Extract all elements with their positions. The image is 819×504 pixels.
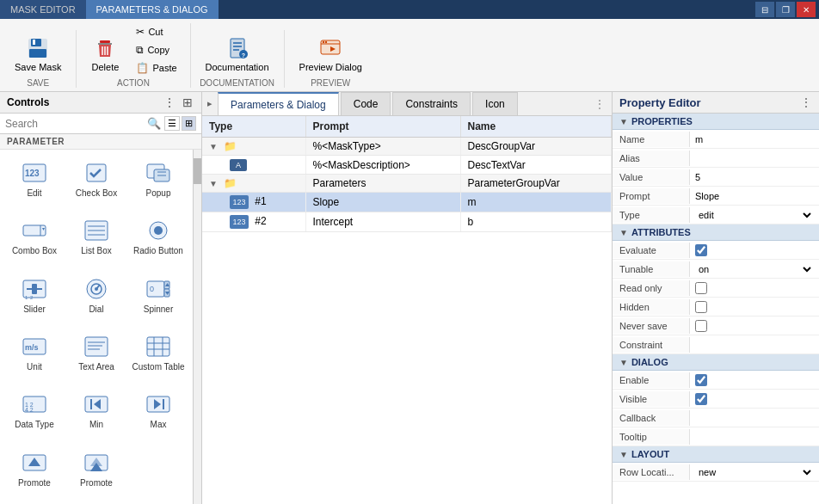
documentation-button[interactable]: ? Documentation [198,30,277,77]
popup-control[interactable]: Popup [129,155,188,209]
svg-text:?: ? [241,52,244,58]
ribbon: Save Mask SAVE Delete [0,19,819,92]
prop-prompt-label: Prompt [613,188,690,204]
search-input[interactable] [5,118,144,130]
tab-mask-editor[interactable]: MASK EDITOR [0,0,86,19]
close-button[interactable]: ✕ [797,2,816,17]
tab-code[interactable]: Code [341,92,391,115]
prop-name-input[interactable] [695,134,814,144]
delete-button[interactable]: Delete [83,30,126,77]
prop-value-input[interactable] [695,172,814,182]
prop-neversave-checkbox[interactable] [695,320,707,332]
tab-bar-more[interactable]: ⋮ [588,98,612,110]
slider-control[interactable]: 1 2 Slider [5,271,64,325]
attributes-section: ▼ ATTRIBUTES Evaluate Tunable on off [613,224,819,354]
prop-type-select[interactable]: edit popup checkbox [695,209,814,221]
paste-button[interactable]: 📋 Paste [130,59,182,77]
listbox-control[interactable]: List Box [67,212,126,267]
table-header-row: Type Prompt Name [202,116,612,138]
prop-visible-checkbox[interactable] [695,393,707,405]
list-view-button[interactable]: ☰ [164,116,180,131]
save-mask-button[interactable]: Save Mask [7,30,69,77]
row5-type: 123 #2 [202,212,305,232]
cut-button[interactable]: ✂ Cut [130,23,182,40]
spinner-control[interactable]: 0 Spinner [129,271,188,325]
checkbox-icon [83,159,110,187]
slider-icon: 1 2 [21,275,48,303]
controls-scrollbar[interactable] [193,150,201,504]
table-row[interactable]: 123 #2 Intercept b [202,212,612,232]
prop-row-tooltip: Tooltip [613,427,819,446]
max-control[interactable]: Max [129,386,188,440]
unit-control[interactable]: m/s Unit [5,329,64,383]
prop-constraint-value [690,337,819,353]
row2-type: A [202,156,305,175]
combobox-control[interactable]: Combo Box [5,212,64,267]
prop-row-callback: Callback [613,409,819,427]
table-row[interactable]: 123 #1 Slope m [202,193,612,212]
prop-prompt-input[interactable] [695,191,814,201]
prop-hidden-checkbox[interactable] [695,301,707,313]
tab-parameters-dialog[interactable]: PARAMETERS & DIALOG [86,0,219,19]
row1-name: DescGroupVar [460,138,612,156]
property-editor-menu[interactable]: ⋮ [800,95,812,109]
prop-readonly-checkbox[interactable] [695,282,707,294]
maximize-button[interactable]: ❐ [776,2,795,17]
promote2-control[interactable]: Promote [67,445,126,499]
tab-constraints[interactable]: Constraints [392,92,471,115]
prop-value-label: Value [613,169,690,185]
prop-row-hidden: Hidden [613,298,819,317]
layout-section: ▼ LAYOUT Row Locati... new same [613,446,819,482]
min-control[interactable]: Min [67,386,126,440]
attributes-section-header[interactable]: ▼ ATTRIBUTES [613,224,819,241]
dial-control[interactable]: Dial [67,271,126,325]
prop-type-value: edit popup checkbox [690,206,819,224]
prop-rowlocation-select[interactable]: new same [695,466,814,478]
prop-tooltip-input[interactable] [695,432,814,442]
textarea-control[interactable]: Text Area [67,329,126,383]
section-parameter-label: PARAMETER [0,134,201,150]
copy-button[interactable]: ⧉ Copy [130,41,182,58]
minimize-button[interactable]: ⊟ [755,2,774,17]
table-row[interactable]: ▼ 📁 %<MaskType> DescGroupVar [202,138,612,156]
prop-constraint-input[interactable] [695,340,814,350]
edit-icon: 123 [21,159,48,187]
layout-section-header[interactable]: ▼ LAYOUT [613,446,819,463]
popup-icon [145,159,172,187]
prop-tunable-select[interactable]: on off [695,263,814,275]
svg-rect-4 [100,40,110,43]
tab-icon[interactable]: Icon [472,92,518,115]
prop-evaluate-checkbox[interactable] [695,244,707,256]
customtable-control[interactable]: Custom Table [129,329,188,383]
grid-view-button[interactable]: ⊞ [182,116,196,131]
prop-callback-input[interactable] [695,413,814,423]
layout-section-label: LAYOUT [631,449,669,459]
promote2-label: Promote [80,478,113,489]
dialog-section-label: DIALOG [631,357,668,367]
attributes-section-label: ATTRIBUTES [631,227,691,237]
tab-parameters[interactable]: Parameters & Dialog [218,92,339,115]
edit-control[interactable]: 123 Edit [5,155,64,209]
prop-alias-input[interactable] [695,153,814,163]
properties-section-label: PROPERTIES [631,116,693,126]
save-mask-label: Save Mask [15,62,61,72]
radiobutton-control[interactable]: Radio Button [129,212,188,267]
table-row[interactable]: ▼ 📁 Parameters ParameterGroupVar [202,175,612,193]
svg-rect-5 [98,43,112,45]
table-row[interactable]: A %<MaskDescription> DescTextVar [202,156,612,175]
prop-enable-checkbox[interactable] [695,374,707,386]
dialog-section-header[interactable]: ▼ DIALOG [613,354,819,371]
panel-menu-button[interactable]: ⋮ [162,95,177,109]
combobox-icon [21,217,48,244]
prop-rowlocation-label: Row Locati... [613,464,690,480]
textarea-label: Text Area [78,362,114,372]
promote1-control[interactable]: Promote [5,445,64,499]
checkbox-control[interactable]: Check Box [67,155,126,209]
panel-grid-button[interactable]: ⊞ [181,95,194,109]
save-icon [24,34,52,62]
spinner-label: Spinner [144,304,173,315]
expand-icon: ▼ [209,142,218,151]
properties-section-header[interactable]: ▼ PROPERTIES [613,114,819,130]
preview-dialog-button[interactable]: Preview Dialog [292,30,370,77]
datatype-control[interactable]: 1 2 4 2 Data Type [5,386,64,440]
